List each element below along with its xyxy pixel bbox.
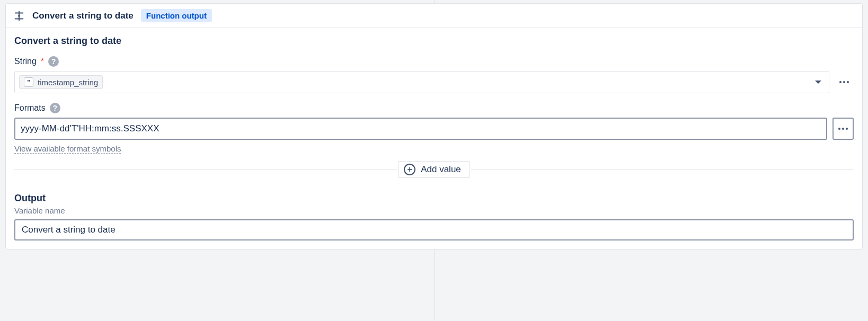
svg-point-0 [18, 14, 20, 16]
help-icon[interactable]: ? [48, 56, 59, 67]
formats-input[interactable] [21, 123, 821, 134]
function-config-card: Convert a string to date Function output… [5, 3, 863, 249]
view-format-symbols-link[interactable]: View available format symbols [14, 144, 121, 154]
output-section: Output Variable name [14, 193, 854, 240]
help-icon[interactable]: ? [50, 103, 60, 113]
card-body: Convert a string to date String * ? ” ti… [6, 28, 862, 249]
required-indicator: * [41, 57, 44, 66]
string-input[interactable]: ” timestamp_string [14, 71, 829, 93]
divider-line [14, 170, 397, 170]
ellipsis-icon [838, 128, 848, 130]
string-more-button[interactable] [835, 71, 854, 93]
string-field-label-row: String * ? [14, 56, 854, 67]
string-input-row: ” timestamp_string [14, 71, 854, 93]
card-header: Convert a string to date Function output [6, 4, 862, 28]
add-value-label: Add value [421, 164, 461, 175]
header-title: Convert a string to date [32, 11, 134, 21]
function-icon [13, 10, 25, 22]
add-value-button[interactable]: Add value [398, 161, 470, 178]
formats-input-row [14, 118, 854, 140]
formats-field: Formats ? View available format symbols [14, 103, 854, 154]
formats-field-label: Formats [14, 103, 46, 113]
string-field-label: String [14, 57, 37, 66]
add-value-row: Add value [14, 161, 854, 178]
ellipsis-icon [839, 81, 849, 83]
plus-circle-icon [404, 164, 415, 175]
dropdown-caret-icon[interactable] [815, 81, 821, 84]
section-title: Convert a string to date [14, 35, 854, 47]
formats-field-label-row: Formats ? [14, 103, 854, 113]
output-sublabel: Variable name [14, 206, 854, 215]
function-output-badge[interactable]: Function output [141, 9, 212, 22]
output-variable-name-input[interactable] [14, 219, 854, 240]
formats-input-box[interactable] [14, 118, 827, 140]
output-title: Output [14, 193, 854, 204]
formats-more-button[interactable] [832, 118, 854, 140]
quote-icon: ” [24, 77, 33, 87]
variable-chip-label: timestamp_string [38, 78, 98, 87]
string-field: String * ? ” timestamp_string [14, 56, 854, 93]
variable-chip[interactable]: ” timestamp_string [19, 75, 103, 89]
divider-line [471, 170, 854, 170]
